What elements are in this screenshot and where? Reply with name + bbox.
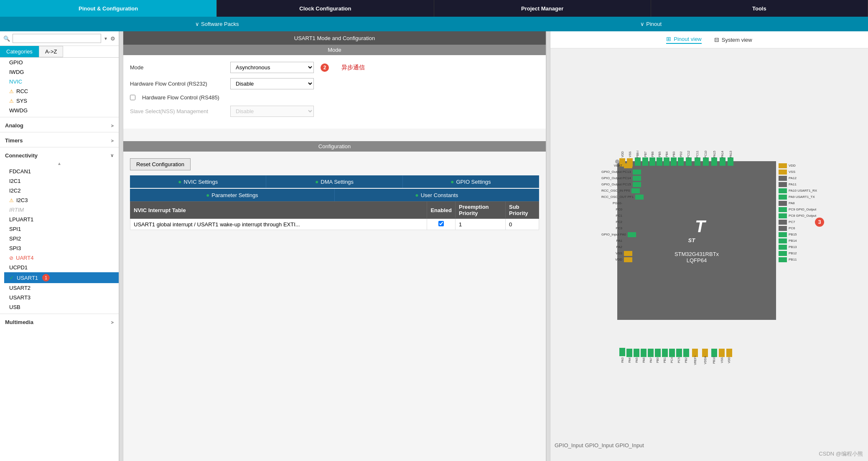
sidebar-item-usart2[interactable]: USART2 (4, 283, 119, 293)
sidebar-item-i2c3[interactable]: ⚠ I2C3 (4, 195, 119, 205)
sidebar-item-spi1[interactable]: SPI1 (4, 224, 119, 234)
watermark: CSDN @编程小熊 (819, 450, 863, 458)
sidebar-item-spi2[interactable]: SPI2 (4, 234, 119, 243)
section-timers[interactable]: Timers > (0, 134, 119, 145)
tab-user-constants[interactable]: ● User Constants (335, 189, 540, 201)
pin-pad-right-pc9 (779, 207, 787, 212)
hw-flow-rs485-checkbox[interactable] (130, 95, 135, 100)
check-icon-param: ● (206, 192, 209, 198)
config-bottom: Reset Configuration ● NVIC Settings ● DM… (123, 152, 546, 237)
nav-clock[interactable]: Clock Configuration (217, 0, 434, 17)
col-header-interrupt: NVIC Interrupt Table (130, 202, 427, 219)
pin-bot-pb0: PB0 (655, 348, 661, 362)
pin-pad-top-11 (695, 157, 700, 166)
left-pins-column: VBAT GPIO_Output PC13 GPIO_Output PC14 G… (601, 163, 644, 262)
pin-pad-right-pa8 (779, 201, 787, 206)
nvic-interrupt-table: NVIC Interrupt Table Enabled Preemption … (130, 201, 539, 230)
sidebar-content: GPIO IWDG NVIC ⚠ RCC ⚠ SYS WWDG (0, 58, 119, 461)
mode-select[interactable]: Asynchronous (230, 62, 314, 73)
divider-4 (0, 314, 119, 314)
section-analog[interactable]: Analog > (0, 119, 119, 130)
sidebar-item-fdcan1[interactable]: FDCAN1 (4, 167, 119, 176)
pin-bot-pc5: PC5 (676, 348, 682, 362)
tab-gpio-settings[interactable]: ● GPIO Settings (403, 175, 539, 188)
hw-flow-rs232-label: Hardware Flow Control (RS232) (130, 81, 226, 87)
tab-parameter-settings[interactable]: ● Parameter Settings (130, 189, 335, 201)
sidebar-item-sys[interactable]: ⚠ SYS (4, 96, 119, 106)
sidebar-item-i2c1[interactable]: I2C1 (4, 176, 119, 186)
view-tab-pinout[interactable]: ⊞ Pinout view (666, 35, 701, 44)
tab-categories[interactable]: Categories (0, 46, 39, 57)
pin-pad-bot-pa7 (648, 349, 654, 357)
reset-config-button[interactable]: Reset Configuration (130, 158, 191, 170)
sidebar-item-lpuart1[interactable]: LPUART1 (4, 215, 119, 224)
right-pins-column: VDD VSS PA12 PA11 (779, 163, 822, 262)
pin-pad-right-pb15 (779, 232, 787, 237)
view-tab-system[interactable]: ⊟ System view (714, 35, 752, 44)
section-multimedia[interactable]: Multimedia > (0, 316, 119, 327)
sidebar-item-spi3[interactable]: SPI3 (4, 243, 119, 253)
pin-right-vss: VSS (779, 170, 822, 175)
tab-az[interactable]: A->Z (39, 46, 64, 57)
subnav-software-packs[interactable]: ∨ Software Packs (0, 21, 434, 27)
pin-right-pa10: PA10 USART1_RX (779, 188, 822, 193)
nav-tools[interactable]: Tools (651, 0, 868, 17)
search-dropdown-arrow[interactable]: ▼ (104, 36, 108, 41)
sidebar-item-usart3[interactable]: USART3 (4, 293, 119, 302)
pin-bot-pa5: PA5 (634, 348, 639, 362)
pin-pad-bot-pa3 (619, 348, 625, 356)
sidebar-item-rcc[interactable]: ⚠ RCC (4, 86, 119, 96)
slave-select-select[interactable]: Disable (230, 106, 314, 117)
pin-pad-top-15 (728, 157, 733, 166)
mode-row: Mode Asynchronous 2 异步通信 (130, 62, 539, 73)
subnav-pinout[interactable]: ∨ Pinout (434, 21, 868, 27)
tab-nvic-settings[interactable]: ● NVIC Settings (130, 175, 266, 188)
interrupt-enabled-checkbox[interactable] (438, 221, 444, 226)
pin-top-8: PB3 (671, 153, 677, 167)
bottom-gpio-labels: GPIO_Input GPIO_Input GPIO_Input (555, 442, 644, 448)
pin-pad-bot-pb0 (655, 349, 661, 357)
pin-top-6: PB5 (657, 153, 662, 167)
sidebar-item-gpio[interactable]: GPIO (4, 58, 119, 67)
pin-pad-bot-vss2 (719, 349, 725, 357)
sidebar-item-uart4[interactable]: ⊘ UART4 (4, 253, 119, 263)
chevron-multimedia: > (111, 320, 114, 325)
col-header-sub: Sub Priority (506, 202, 539, 219)
sidebar-item-usart1[interactable]: ✓ USART1 1 (4, 272, 119, 283)
interrupt-preemption-cell: 1 (456, 219, 506, 230)
resize-handle[interactable] (119, 31, 123, 461)
sidebar-item-irtim[interactable]: IRTIM (4, 205, 119, 215)
search-icon: 🔍 (3, 35, 10, 42)
pin-pad-bot-pa4 (626, 349, 632, 357)
slave-select-label: Slave Select(NSS) Management (130, 108, 226, 114)
section-connectivity[interactable]: Connectivity ∨ (0, 149, 119, 160)
pin-pad-right-vdd (779, 163, 787, 168)
sidebar-item-usb[interactable]: USB (4, 302, 119, 312)
pin-pad-right-pa11 (779, 182, 787, 187)
col-header-preemption: Preemption Priority (456, 202, 506, 219)
pin-pad-left-pf1 (635, 195, 644, 200)
sidebar-item-nvic[interactable]: NVIC (4, 77, 119, 86)
mode-label: Mode (130, 64, 226, 71)
hw-flow-rs232-select[interactable]: Disable (230, 78, 314, 89)
resize-handle-2[interactable] (546, 31, 550, 461)
gear-icon[interactable]: ⚙ (110, 35, 115, 42)
tab-dma-settings[interactable]: ● DMA Settings (266, 175, 402, 188)
sidebar-tabs: Categories A->Z (0, 46, 119, 58)
pin-pad-top-8 (671, 157, 677, 166)
pin-right-pb11: PB11 (779, 257, 822, 262)
interrupt-enabled-cell (427, 219, 456, 230)
sidebar-item-iwdg[interactable]: IWDG (4, 67, 119, 77)
warning-icon-rcc: ⚠ (9, 89, 14, 94)
nav-pinout[interactable]: Pinout & Configuration (0, 0, 217, 17)
sidebar-item-i2c2[interactable]: I2C2 (4, 186, 119, 195)
search-input[interactable] (13, 34, 101, 43)
system-view-icon: ⊟ (714, 36, 719, 43)
pin-pad-top-13 (711, 157, 717, 166)
mode-badge-2: 2 (321, 63, 329, 72)
nav-project[interactable]: Project Manager (434, 0, 651, 17)
sidebar-item-wwdg[interactable]: WWDG (4, 106, 119, 115)
pin-left-pc13: GPIO_Output PC13 (601, 170, 644, 175)
sidebar-item-ucpd1[interactable]: UCPD1 (4, 263, 119, 272)
pin-left-pf0: RCC_OSC_IN PF0 (601, 188, 644, 193)
